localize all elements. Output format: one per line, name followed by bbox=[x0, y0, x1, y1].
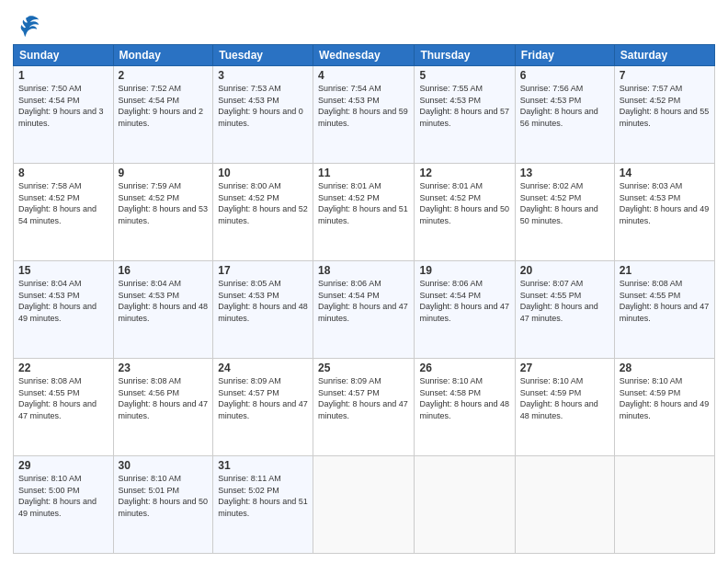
day-cell: 4 Sunrise: 7:54 AMSunset: 4:53 PMDayligh… bbox=[313, 66, 415, 164]
day-cell: 10 Sunrise: 8:00 AMSunset: 4:52 PMDaylig… bbox=[213, 164, 313, 261]
day-info: Sunrise: 8:10 AMSunset: 4:58 PMDaylight:… bbox=[419, 376, 509, 420]
header-row: SundayMondayTuesdayWednesdayThursdayFrid… bbox=[14, 45, 715, 66]
day-number: 19 bbox=[419, 264, 509, 277]
day-info: Sunrise: 7:52 AMSunset: 4:54 PMDaylight:… bbox=[119, 84, 204, 128]
day-info: Sunrise: 8:06 AMSunset: 4:54 PMDaylight:… bbox=[419, 279, 509, 323]
day-number: 17 bbox=[218, 264, 308, 277]
day-number: 21 bbox=[620, 264, 710, 277]
day-info: Sunrise: 8:10 AMSunset: 5:00 PMDaylight:… bbox=[18, 474, 97, 518]
day-info: Sunrise: 8:09 AMSunset: 4:57 PMDaylight:… bbox=[318, 376, 408, 420]
day-cell: 3 Sunrise: 7:53 AMSunset: 4:53 PMDayligh… bbox=[213, 66, 313, 164]
day-number: 6 bbox=[520, 69, 609, 82]
calendar-table: SundayMondayTuesdayWednesdayThursdayFrid… bbox=[13, 44, 715, 554]
day-cell: 26 Sunrise: 8:10 AMSunset: 4:58 PMDaylig… bbox=[415, 359, 515, 456]
day-number: 2 bbox=[119, 69, 209, 82]
day-info: Sunrise: 7:54 AMSunset: 4:53 PMDaylight:… bbox=[318, 84, 408, 128]
logo bbox=[13, 13, 40, 39]
week-row-5: 29 Sunrise: 8:10 AMSunset: 5:00 PMDaylig… bbox=[14, 456, 715, 554]
day-cell: 7 Sunrise: 7:57 AMSunset: 4:52 PMDayligh… bbox=[614, 66, 714, 164]
header bbox=[13, 9, 715, 39]
day-info: Sunrise: 8:06 AMSunset: 4:54 PMDaylight:… bbox=[318, 279, 408, 323]
day-cell: 12 Sunrise: 8:01 AMSunset: 4:52 PMDaylig… bbox=[415, 164, 515, 261]
day-number: 20 bbox=[520, 264, 609, 277]
day-info: Sunrise: 8:10 AMSunset: 4:59 PMDaylight:… bbox=[620, 376, 710, 420]
day-number: 15 bbox=[18, 264, 108, 277]
day-number: 25 bbox=[318, 362, 409, 374]
day-cell: 27 Sunrise: 8:10 AMSunset: 4:59 PMDaylig… bbox=[515, 359, 614, 456]
day-cell: 28 Sunrise: 8:10 AMSunset: 4:59 PMDaylig… bbox=[614, 359, 714, 456]
day-cell: 19 Sunrise: 8:06 AMSunset: 4:54 PMDaylig… bbox=[415, 261, 515, 359]
day-number: 26 bbox=[419, 362, 509, 374]
day-cell: 29 Sunrise: 8:10 AMSunset: 5:00 PMDaylig… bbox=[14, 456, 114, 554]
day-info: Sunrise: 8:04 AMSunset: 4:53 PMDaylight:… bbox=[119, 279, 209, 323]
logo-wrapper bbox=[13, 9, 40, 39]
day-number: 12 bbox=[419, 167, 509, 179]
day-cell: 8 Sunrise: 7:58 AMSunset: 4:52 PMDayligh… bbox=[14, 164, 114, 261]
day-cell: 24 Sunrise: 8:09 AMSunset: 4:57 PMDaylig… bbox=[213, 359, 313, 456]
day-number: 13 bbox=[520, 167, 609, 179]
day-cell: 1 Sunrise: 7:50 AMSunset: 4:54 PMDayligh… bbox=[14, 66, 114, 164]
day-cell bbox=[614, 456, 714, 554]
day-info: Sunrise: 8:10 AMSunset: 5:01 PMDaylight:… bbox=[119, 474, 209, 518]
day-cell: 23 Sunrise: 8:08 AMSunset: 4:56 PMDaylig… bbox=[113, 359, 213, 456]
day-number: 22 bbox=[18, 362, 108, 374]
day-cell: 25 Sunrise: 8:09 AMSunset: 4:57 PMDaylig… bbox=[313, 359, 415, 456]
day-cell: 22 Sunrise: 8:08 AMSunset: 4:55 PMDaylig… bbox=[14, 359, 114, 456]
header-cell-wednesday: Wednesday bbox=[313, 45, 415, 66]
day-number: 31 bbox=[218, 459, 308, 472]
day-number: 9 bbox=[119, 167, 209, 179]
day-number: 16 bbox=[119, 264, 209, 277]
day-cell bbox=[415, 456, 515, 554]
day-cell: 17 Sunrise: 8:05 AMSunset: 4:53 PMDaylig… bbox=[213, 261, 313, 359]
header-cell-tuesday: Tuesday bbox=[213, 45, 313, 66]
day-number: 28 bbox=[620, 362, 710, 374]
day-info: Sunrise: 8:08 AMSunset: 4:55 PMDaylight:… bbox=[620, 279, 710, 323]
day-number: 7 bbox=[620, 69, 710, 82]
day-number: 29 bbox=[18, 459, 108, 472]
day-info: Sunrise: 8:03 AMSunset: 4:53 PMDaylight:… bbox=[620, 181, 710, 225]
header-cell-sunday: Sunday bbox=[14, 45, 114, 66]
page: SundayMondayTuesdayWednesdayThursdayFrid… bbox=[0, 0, 728, 563]
day-cell bbox=[313, 456, 415, 554]
day-number: 18 bbox=[318, 264, 409, 277]
day-cell: 5 Sunrise: 7:55 AMSunset: 4:53 PMDayligh… bbox=[415, 66, 515, 164]
day-cell: 20 Sunrise: 8:07 AMSunset: 4:55 PMDaylig… bbox=[515, 261, 614, 359]
day-cell: 11 Sunrise: 8:01 AMSunset: 4:52 PMDaylig… bbox=[313, 164, 415, 261]
day-info: Sunrise: 8:00 AMSunset: 4:52 PMDaylight:… bbox=[218, 181, 308, 225]
day-info: Sunrise: 8:10 AMSunset: 4:59 PMDaylight:… bbox=[520, 376, 598, 420]
day-cell: 31 Sunrise: 8:11 AMSunset: 5:02 PMDaylig… bbox=[213, 456, 313, 554]
day-info: Sunrise: 7:58 AMSunset: 4:52 PMDaylight:… bbox=[18, 181, 97, 225]
day-number: 24 bbox=[218, 362, 308, 374]
logo-bird-icon bbox=[15, 13, 40, 39]
day-info: Sunrise: 8:01 AMSunset: 4:52 PMDaylight:… bbox=[419, 181, 509, 225]
day-number: 1 bbox=[18, 69, 108, 82]
day-info: Sunrise: 8:01 AMSunset: 4:52 PMDaylight:… bbox=[318, 181, 408, 225]
day-number: 14 bbox=[620, 167, 710, 179]
day-number: 23 bbox=[119, 362, 209, 374]
day-info: Sunrise: 7:53 AMSunset: 4:53 PMDaylight:… bbox=[218, 84, 303, 128]
day-cell: 16 Sunrise: 8:04 AMSunset: 4:53 PMDaylig… bbox=[113, 261, 213, 359]
week-row-2: 8 Sunrise: 7:58 AMSunset: 4:52 PMDayligh… bbox=[14, 164, 715, 261]
day-number: 5 bbox=[419, 69, 509, 82]
day-cell: 6 Sunrise: 7:56 AMSunset: 4:53 PMDayligh… bbox=[515, 66, 614, 164]
day-info: Sunrise: 7:56 AMSunset: 4:53 PMDaylight:… bbox=[520, 84, 598, 128]
day-number: 10 bbox=[218, 167, 308, 179]
day-info: Sunrise: 7:59 AMSunset: 4:52 PMDaylight:… bbox=[119, 181, 209, 225]
day-info: Sunrise: 8:08 AMSunset: 4:55 PMDaylight:… bbox=[18, 376, 97, 420]
day-cell: 13 Sunrise: 8:02 AMSunset: 4:52 PMDaylig… bbox=[515, 164, 614, 261]
day-number: 4 bbox=[318, 69, 409, 82]
day-info: Sunrise: 8:05 AMSunset: 4:53 PMDaylight:… bbox=[218, 279, 308, 323]
week-row-1: 1 Sunrise: 7:50 AMSunset: 4:54 PMDayligh… bbox=[14, 66, 715, 164]
day-cell: 15 Sunrise: 8:04 AMSunset: 4:53 PMDaylig… bbox=[14, 261, 114, 359]
day-info: Sunrise: 8:07 AMSunset: 4:55 PMDaylight:… bbox=[520, 279, 598, 323]
header-cell-friday: Friday bbox=[515, 45, 614, 66]
day-cell bbox=[515, 456, 614, 554]
day-info: Sunrise: 8:11 AMSunset: 5:02 PMDaylight:… bbox=[218, 474, 308, 518]
day-info: Sunrise: 7:57 AMSunset: 4:52 PMDaylight:… bbox=[620, 84, 710, 128]
day-cell: 30 Sunrise: 8:10 AMSunset: 5:01 PMDaylig… bbox=[113, 456, 213, 554]
day-info: Sunrise: 8:04 AMSunset: 4:53 PMDaylight:… bbox=[18, 279, 97, 323]
day-cell: 2 Sunrise: 7:52 AMSunset: 4:54 PMDayligh… bbox=[113, 66, 213, 164]
day-number: 11 bbox=[318, 167, 409, 179]
day-cell: 14 Sunrise: 8:03 AMSunset: 4:53 PMDaylig… bbox=[614, 164, 714, 261]
header-cell-thursday: Thursday bbox=[415, 45, 515, 66]
